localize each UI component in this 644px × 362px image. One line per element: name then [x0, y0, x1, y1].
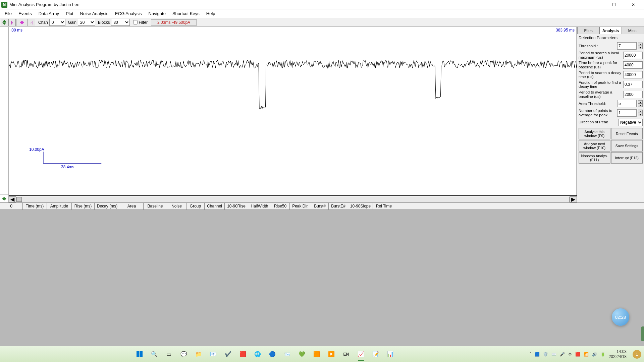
- th-reltime[interactable]: Rel Time: [373, 203, 395, 209]
- chrome-icon[interactable]: 🌐: [252, 348, 264, 360]
- th-rise50[interactable]: Rise50: [271, 203, 290, 209]
- tray-shield-icon[interactable]: 🛡️: [543, 352, 548, 357]
- tray-keyboard-icon[interactable]: ⌨️: [551, 352, 556, 357]
- tray-icon-2[interactable]: ⚙: [568, 352, 572, 357]
- analyse-next-button[interactable]: Analyse next window (F10): [579, 140, 610, 152]
- th-noise[interactable]: Noise: [167, 203, 186, 209]
- timer-badge[interactable]: 02:28: [612, 308, 629, 326]
- chan-select[interactable]: 0: [49, 19, 65, 26]
- chat-icon[interactable]: 💬: [178, 348, 190, 360]
- office-icon[interactable]: 🟥: [237, 348, 249, 360]
- menu-plot[interactable]: Plot: [62, 10, 76, 17]
- period-avg-input[interactable]: [623, 91, 643, 98]
- tray-icon-1[interactable]: 🟦: [535, 352, 540, 357]
- tray-chevron-icon[interactable]: ˄: [529, 352, 531, 357]
- tray-mic-icon[interactable]: 🎤: [560, 352, 565, 357]
- th-rise[interactable]: Rise (ms): [72, 203, 95, 209]
- gutter-button-top[interactable]: [0, 27, 8, 34]
- direction-select[interactable]: Negative: [619, 119, 643, 126]
- th-decay[interactable]: Decay (ms): [95, 203, 120, 209]
- threshold-up[interactable]: ▲: [638, 43, 643, 46]
- interrupt-button[interactable]: Interrupt (F12): [611, 152, 643, 164]
- tray-volume-icon[interactable]: 🔊: [592, 352, 597, 357]
- th-amplitude[interactable]: Amplitude: [47, 203, 72, 209]
- hscroll-track[interactable]: [16, 197, 570, 202]
- num-points-down[interactable]: ▼: [638, 113, 643, 116]
- threshold-down[interactable]: ▼: [638, 46, 643, 49]
- num-points-up[interactable]: ▲: [638, 110, 643, 113]
- menu-events[interactable]: Events: [15, 10, 35, 17]
- th-group[interactable]: Group: [186, 203, 205, 209]
- todo-icon[interactable]: ✔️: [222, 348, 234, 360]
- gain-select[interactable]: 20: [78, 19, 95, 26]
- th-1090rise[interactable]: 10-90Rise: [225, 203, 248, 209]
- period-local-input[interactable]: [623, 52, 643, 59]
- excel-icon[interactable]: 📊: [384, 348, 396, 360]
- task-view-icon[interactable]: ▭: [163, 348, 175, 360]
- period-decay-input[interactable]: [623, 71, 643, 78]
- gutter-vertical-track[interactable]: [0, 34, 8, 194]
- blocks-select[interactable]: 30: [111, 19, 130, 26]
- side-tab[interactable]: [641, 326, 644, 341]
- maximize-button[interactable]: ☐: [607, 1, 621, 8]
- th-baseline[interactable]: Baseline: [144, 203, 167, 209]
- nav-first-button[interactable]: |‹: [8, 19, 16, 26]
- tab-misc[interactable]: Misc.: [622, 27, 644, 34]
- nav-last-button[interactable]: ›|: [28, 19, 35, 26]
- zoom-vertical-button[interactable]: [1, 19, 8, 26]
- menu-noise-analysis[interactable]: Noise Analysis: [77, 10, 112, 17]
- start-button[interactable]: [133, 348, 146, 360]
- tab-files[interactable]: Files: [577, 27, 599, 34]
- menu-shortcut-keys[interactable]: Shortcut Keys: [169, 10, 203, 17]
- area-threshold-input[interactable]: [617, 100, 637, 107]
- lang-indicator[interactable]: EN: [340, 348, 352, 360]
- th-channel[interactable]: Channel: [205, 203, 225, 209]
- th-burst[interactable]: Burst#: [311, 203, 329, 209]
- media-icon[interactable]: ▶️: [325, 348, 337, 360]
- nav-prev-next-button[interactable]: [16, 19, 28, 26]
- nonstop-button[interactable]: Nonstop Analys. (F11): [579, 152, 610, 164]
- powerpoint-icon[interactable]: 🟧: [311, 348, 323, 360]
- threshold-input[interactable]: [617, 42, 637, 50]
- plot-canvas[interactable]: .00 ms 383.95 ms 10.00pA 38.4ms: [9, 27, 577, 196]
- mail-icon[interactable]: 📧: [207, 348, 219, 360]
- th-area[interactable]: Area: [120, 203, 144, 209]
- clock[interactable]: 14:03 2022/4/18: [609, 349, 629, 359]
- area-threshold-up[interactable]: ▲: [638, 100, 643, 104]
- notification-badge[interactable]: 1: [633, 350, 641, 359]
- th-halfwidth[interactable]: HalfWidth: [248, 203, 271, 209]
- time-before-input[interactable]: [623, 61, 643, 69]
- menu-help[interactable]: Help: [203, 10, 219, 17]
- menu-file[interactable]: File: [1, 10, 15, 17]
- hscroll-right-button[interactable]: ▶: [570, 196, 577, 202]
- fraction-input[interactable]: [623, 81, 643, 88]
- analyse-this-button[interactable]: Analyse this window (F9): [579, 128, 610, 139]
- reset-events-button[interactable]: Reset Events: [611, 128, 643, 139]
- save-settings-button[interactable]: Save Settings: [611, 140, 643, 152]
- th-burste[interactable]: BurstE#: [329, 203, 348, 209]
- filter-checkbox-wrap[interactable]: Filter: [133, 20, 148, 25]
- gutter-button-bottom[interactable]: [0, 194, 8, 202]
- th-time[interactable]: Time (ms): [23, 203, 47, 209]
- th-index[interactable]: 0: [0, 203, 23, 209]
- app-icon-1[interactable]: 🔵: [266, 348, 278, 360]
- tray-wifi-icon[interactable]: 📶: [584, 352, 589, 357]
- current-app-icon[interactable]: 📈: [355, 348, 367, 360]
- filter-checkbox[interactable]: [133, 20, 138, 24]
- wechat-icon[interactable]: 💚: [296, 348, 308, 360]
- explorer-icon[interactable]: 📁: [193, 348, 205, 360]
- notepad-icon[interactable]: 📝: [370, 348, 382, 360]
- menu-ecg-analysis[interactable]: ECG Analysis: [112, 10, 145, 17]
- menu-data-array[interactable]: Data Array: [35, 10, 62, 17]
- close-button[interactable]: ✕: [627, 1, 640, 8]
- menu-navigate[interactable]: Navigate: [145, 10, 169, 17]
- area-threshold-down[interactable]: ▼: [638, 104, 643, 107]
- hscroll-thumb[interactable]: [16, 197, 22, 202]
- th-1090slope[interactable]: 10-90Slope: [348, 203, 373, 209]
- tray-battery-icon[interactable]: 🔋: [600, 352, 605, 357]
- outlook-icon[interactable]: 📨: [281, 348, 293, 360]
- minimize-button[interactable]: —: [588, 1, 601, 8]
- num-points-input[interactable]: [617, 109, 637, 117]
- tab-analysis[interactable]: Analysis: [599, 27, 622, 34]
- search-icon[interactable]: 🔍: [148, 348, 160, 360]
